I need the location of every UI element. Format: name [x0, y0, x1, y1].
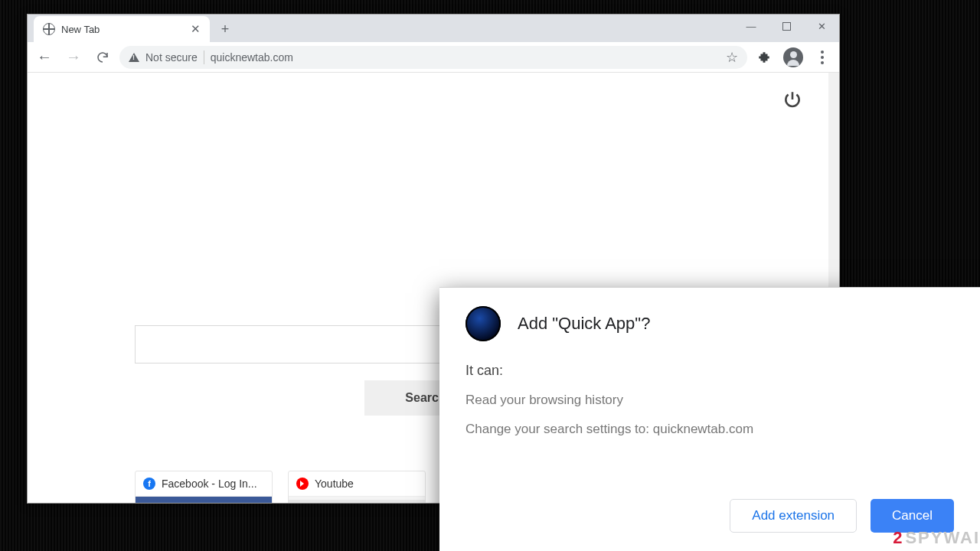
- scrollbar-thumb[interactable]: [828, 73, 839, 203]
- quicklink-facebook[interactable]: f Facebook - Log In...: [135, 471, 273, 503]
- dialog-actions: Add extension Cancel: [466, 499, 954, 533]
- add-extension-button[interactable]: Add extension: [730, 499, 857, 533]
- window-controls: — ✕: [733, 15, 839, 37]
- profile-avatar[interactable]: [781, 45, 805, 70]
- reload-button[interactable]: [90, 45, 115, 70]
- quicklink-label: Youtube: [315, 478, 354, 490]
- dialog-permission: Read your browsing history: [466, 393, 954, 408]
- power-icon[interactable]: [782, 90, 802, 109]
- globe-icon: [43, 23, 55, 35]
- dialog-permission: Change your search settings to: quicknew…: [466, 422, 954, 437]
- back-button[interactable]: ←: [32, 45, 57, 70]
- forward-button[interactable]: →: [61, 45, 86, 70]
- extension-install-dialog: Add "Quick App"? It can: Read your brows…: [439, 287, 980, 551]
- insecure-icon: [129, 53, 139, 62]
- address-bar[interactable]: Not secure quicknewtab.com ☆: [119, 46, 747, 69]
- omnibox-divider: [204, 51, 204, 64]
- tab-title: New Tab: [61, 24, 100, 35]
- new-tab-button[interactable]: +: [214, 18, 236, 40]
- window-minimize-button[interactable]: —: [733, 15, 769, 37]
- dialog-title: Add "Quick App"?: [518, 314, 650, 334]
- window-maximize-button[interactable]: [769, 15, 804, 37]
- window-close-button[interactable]: ✕: [804, 15, 839, 37]
- tab-close-icon[interactable]: ✕: [191, 22, 201, 36]
- menu-dots-icon: [821, 51, 824, 64]
- extension-app-icon: [466, 306, 501, 341]
- youtube-icon: [296, 478, 309, 490]
- facebook-icon: f: [143, 478, 155, 490]
- dialog-itcan-label: It can:: [466, 363, 954, 379]
- toolbar: ← → Not secure quicknewtab.com ☆: [28, 42, 839, 73]
- insecure-label: Not secure: [145, 51, 198, 64]
- quicklinks: f Facebook - Log In... Youtube: [135, 471, 487, 503]
- watermark-two: 2: [893, 528, 903, 548]
- extensions-icon[interactable]: [752, 45, 776, 70]
- bookmark-star-icon[interactable]: ☆: [726, 49, 738, 66]
- quicklink-preview: [289, 497, 425, 503]
- browser-tab[interactable]: New Tab ✕: [34, 16, 210, 42]
- quicklink-youtube[interactable]: Youtube: [288, 471, 426, 503]
- watermark: 2 SPYWAI: [893, 528, 980, 548]
- watermark-text: SPYWAI: [905, 528, 980, 548]
- quicklink-label: Facebook - Log In...: [162, 478, 257, 490]
- titlebar: New Tab ✕ + — ✕: [28, 15, 839, 42]
- menu-button[interactable]: [810, 45, 835, 70]
- url-text: quicknewtab.com: [211, 51, 293, 64]
- quicklink-preview: [136, 497, 272, 503]
